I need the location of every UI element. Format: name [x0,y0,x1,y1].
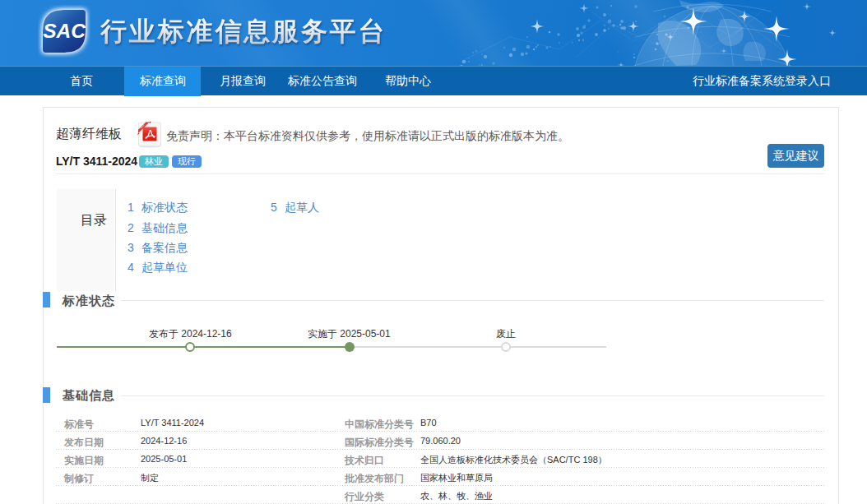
svg-text:SAC: SAC [43,20,86,42]
